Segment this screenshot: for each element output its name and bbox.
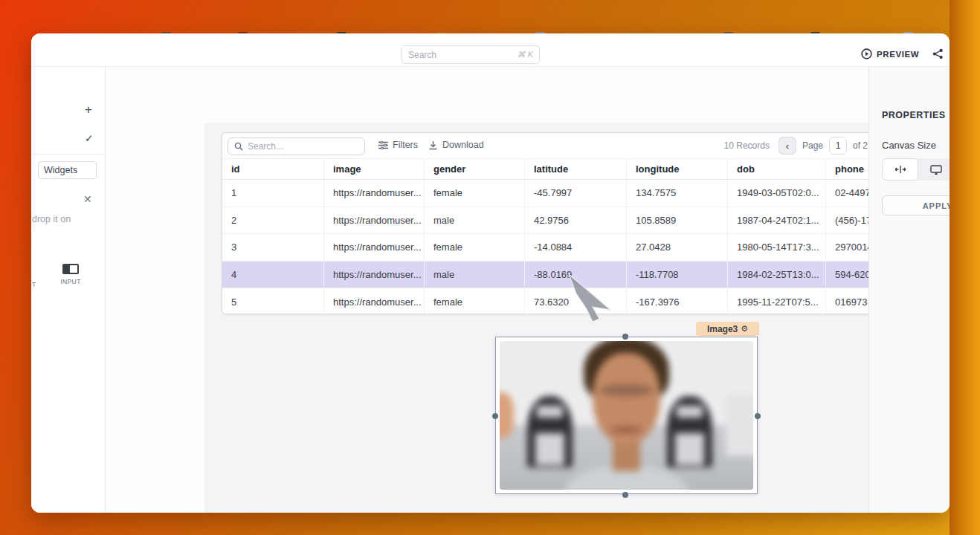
page-label: Page [802,140,823,151]
global-search-input[interactable]: Search ⌘ K [402,45,540,64]
column-header-latitude[interactable]: latitude [525,159,627,179]
table-cell: female [425,180,525,207]
background-right-band [950,0,980,535]
resize-handle-right[interactable] [755,413,761,419]
app-canvas[interactable]: Search... Filters [204,123,943,513]
input-widget-icon [62,264,79,274]
table-cell: female [425,234,525,261]
table-row[interactable]: 2https://randomuser...male42.9756105.858… [222,207,897,235]
table-cell: 4 [222,262,324,288]
table-cell: https://randomuser... [324,288,425,314]
table-cell: -14.0884 [525,234,627,261]
table-cell: -167.3976 [627,288,728,314]
column-header-longitude[interactable]: longitude [627,159,728,179]
drag-drop-hint: drop it on [32,214,105,224]
resize-handle-top[interactable] [622,334,628,340]
table-cell: female [425,288,525,314]
table-cell: 42.9756 [525,207,627,234]
properties-title: PROPERTIES [882,110,946,120]
desktop-size-option[interactable] [918,158,950,181]
prev-page-button[interactable]: ‹ [778,137,796,155]
table-search-placeholder: Search... [248,141,283,152]
search-shortcut-hint: ⌘ K [518,50,533,59]
table-cell: 1995-11-22T07:5... [728,288,826,314]
column-header-gender[interactable]: gender [425,159,525,179]
table-cell: 1949-03-05T02:0... [728,180,826,207]
table-row[interactable]: 3https://randomuser...female-14.088427.0… [222,234,897,262]
app-window: Search ⌘ K PREVIEW + [31,33,950,513]
table-cell: https://randomuser... [324,207,425,234]
canvas-size-label: Canvas Size [882,140,936,151]
table-widget[interactable]: Search... Filters [222,132,898,314]
filters-label: Filters [393,140,418,150]
table-cell: 73.6320 [525,288,627,314]
input-widget-label: INPUT [58,278,83,285]
close-icon[interactable]: ✕ [83,193,92,205]
image-widget-image3[interactable] [495,337,758,494]
records-count: 10 Records [724,140,770,151]
resize-handle-bottom[interactable] [622,492,628,498]
table-cell: 105.8589 [627,207,728,234]
table-body: 1https://randomuser...female-45.7997134.… [222,180,897,314]
table-cell: 1987-04-24T02:1... [728,207,826,234]
desktop-background: Search ⌘ K PREVIEW + [0,0,980,535]
share-button[interactable] [932,48,944,59]
download-label: Download [442,140,484,150]
table-cell: 1984-02-25T13:0... [728,262,826,288]
table-cell: -118.7708 [627,262,728,288]
table-cell: https://randomuser... [324,234,425,261]
filters-button[interactable]: Filters [378,140,418,150]
download-button[interactable]: Download [428,140,484,150]
page-of-label: of 2 [853,140,868,151]
table-cell: 134.7575 [627,180,728,207]
download-icon [428,140,438,150]
table-cell: -88.0169 [525,262,627,288]
table-search-input[interactable]: Search... [228,137,365,155]
table-row[interactable]: 1https://randomuser...female-45.7997134.… [222,180,897,207]
preview-label: PREVIEW [877,50,919,59]
table-row[interactable]: 5https://randomuser...female73.6320-167.… [222,288,897,314]
table-cell: https://randomuser... [324,180,425,207]
pagination: 10 Records ‹ Page 1 of 2 › [724,137,892,155]
canvas-size-toggle [882,158,950,181]
sidebar-divider [31,154,106,155]
widgets-panel-button[interactable]: Widgets [38,161,97,179]
check-button[interactable]: ✓ [85,132,94,144]
column-header-id[interactable]: id [222,159,324,179]
widget-item-input[interactable]: INPUT [58,264,83,285]
preview-button[interactable]: PREVIEW [861,48,919,59]
widget-item-clipped-label: T [32,281,36,288]
table-cell: 27.0428 [627,234,728,261]
column-header-image[interactable]: image [324,159,425,179]
horizontal-resize-icon [894,165,906,174]
search-icon [234,142,243,151]
column-header-dob[interactable]: dob [728,159,826,179]
left-sidebar: + ✓ Widgets ✕ drop it on INPUT T [31,67,106,513]
table-cell: 2 [222,207,324,234]
apply-button[interactable]: APPLY [882,195,950,215]
monitor-icon [930,165,942,175]
table-cell: 5 [222,288,324,314]
table-cell: 1 [222,180,324,207]
share-icon [932,48,944,59]
table-toolbar: Search... Filters [222,133,897,159]
table-cell: male [425,262,525,288]
page-number-input[interactable]: 1 [829,137,847,155]
fit-width-option[interactable] [882,158,918,181]
properties-panel: PROPERTIES Canvas Size APPLY [868,67,950,513]
table-cell: male [425,207,525,234]
table-header-row: idimagegenderlatitudelongitudedobphone [222,159,897,180]
table-cell: https://randomuser... [324,262,425,288]
table-cell: 3 [222,234,324,261]
table-row[interactable]: 4https://randomuser...male-88.0169-118.7… [222,262,897,289]
play-circle-icon [861,48,872,59]
filters-icon [378,141,388,149]
widget-name-label: Image3 [707,324,738,334]
global-search-placeholder: Search [408,50,518,60]
resize-handle-left[interactable] [492,413,498,419]
editor-area: Search... Filters [106,67,868,513]
topbar: Search ⌘ K PREVIEW [31,33,950,67]
table-cell: -45.7997 [525,180,627,207]
add-button[interactable]: + [85,103,92,117]
widget-settings-gear-icon[interactable]: ⚙ [741,324,748,334]
